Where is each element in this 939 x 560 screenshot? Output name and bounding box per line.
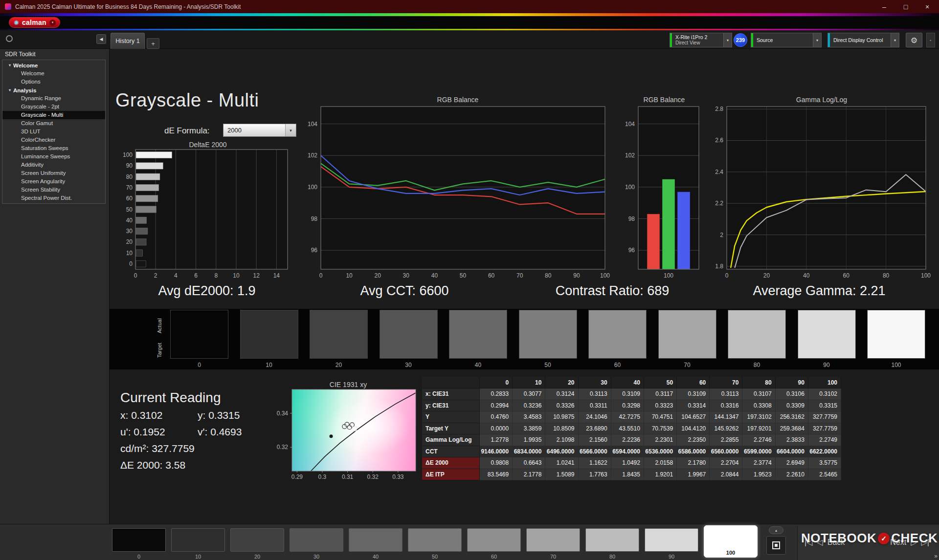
svg-text:20: 20 (763, 272, 770, 279)
chevron-down-icon[interactable]: ▾ (891, 33, 899, 47)
table-cell: 0.3107 (742, 388, 775, 400)
grayscale-swatch-10 (240, 310, 298, 359)
more-icon[interactable]: » (934, 553, 938, 560)
minimize-button[interactable]: – (874, 0, 894, 13)
tree-group-welcome[interactable]: ▾Welcome (2, 61, 105, 69)
table-cell: 2.2749 (808, 434, 841, 446)
table-row-y: Y0.47603.458310.987524.104642.727570.475… (422, 411, 841, 423)
swatch-level-label: 10 (240, 362, 298, 368)
test-patch-70[interactable] (526, 528, 580, 552)
sidebar-item-screen-uniformity[interactable]: Screen Uniformity (2, 169, 105, 177)
table-cell: 0.3308 (742, 400, 775, 412)
expand-icon: ▾ (9, 63, 11, 67)
test-patch-50[interactable] (408, 528, 462, 552)
table-col-header: 100 (808, 377, 841, 388)
table-cell: 2.1098 (545, 434, 578, 446)
title-bar: Calman 2025 Calman Ultimate for Business… (0, 0, 939, 13)
settings-gear-button[interactable]: ⚙ (906, 33, 922, 47)
add-tab-button[interactable]: + (147, 38, 159, 49)
expand-up-button[interactable]: ▴ (769, 526, 783, 534)
test-patch-20[interactable] (230, 528, 284, 552)
sidebar-item-spectral-power-dist[interactable]: Spectral Power Dist. (2, 194, 105, 202)
sidebar-item-options[interactable]: Options (2, 78, 105, 86)
sidebar-item-dynamic-range[interactable]: Dynamic Range (2, 94, 105, 103)
table-row-e-2000: ΔE 20000.98080.66431.02411.16221.04922.0… (422, 457, 841, 469)
table-cell: 2.2350 (677, 434, 710, 446)
table-cell: 0.3124 (545, 388, 578, 400)
sidebar-item-3d-lut[interactable]: 3D LUT (2, 128, 105, 136)
source-dropdown[interactable]: Source ▾ (751, 33, 822, 47)
test-patch-30[interactable] (290, 528, 343, 552)
patch-window-button[interactable] (766, 536, 786, 555)
table-cell: 104.4120 (677, 423, 710, 435)
test-patch-90[interactable] (645, 528, 698, 552)
svg-text:0.32: 0.32 (367, 474, 379, 480)
sidebar-item-saturation-sweeps[interactable]: Saturation Sweeps (2, 144, 105, 152)
svg-text:0: 0 (319, 272, 323, 279)
table-cell: 2.2610 (776, 469, 808, 481)
close-button[interactable]: × (917, 0, 937, 13)
sidebar-item-screen-stability[interactable]: Screen Stability (2, 186, 105, 194)
sidebar-item-welcome[interactable]: Welcome (2, 69, 105, 78)
sidebar-collapse-button[interactable]: ◀ (96, 34, 106, 44)
gamma-chart: 0204060801001.822.22.42.62.8 (699, 104, 933, 280)
svg-text:1.8: 1.8 (715, 263, 723, 270)
test-patch-80[interactable] (585, 528, 639, 552)
sidebar-item-grayscale-multi[interactable]: Grayscale - Multi (2, 111, 105, 119)
table-cell: 2.1560 (579, 434, 611, 446)
table-cell: 42.7275 (611, 411, 644, 423)
maximize-button[interactable]: □ (896, 0, 916, 13)
svg-text:2.6: 2.6 (715, 137, 723, 144)
calman-menu-button[interactable]: ✺ calman ▾ (9, 17, 60, 28)
tab-history[interactable]: History 1 (111, 33, 145, 49)
gamma-chart-title: Gamma Log/Log (796, 96, 847, 104)
test-patch-60[interactable] (467, 528, 521, 552)
tab-bar: ◀ History 1 + X-Rite i1Pro 2 Direct View… (0, 30, 939, 49)
svg-text:2.8: 2.8 (715, 106, 723, 112)
svg-text:14: 14 (273, 272, 280, 279)
table-row-label: Gamma Log/Log (422, 434, 480, 446)
swatch-level-label: 20 (310, 362, 368, 368)
patch-level-label: 10 (171, 554, 225, 560)
sidebar-item-screen-angularity[interactable]: Screen Angularity (2, 177, 105, 186)
svg-text:100: 100 (921, 272, 931, 279)
svg-text:100: 100 (123, 151, 133, 158)
chevron-down-icon[interactable]: ▾ (723, 33, 732, 47)
meter-dropdown[interactable]: X-Rite i1Pro 2 Direct View ▾ (670, 33, 732, 47)
table-cell: 6566.0000 (579, 446, 611, 458)
sidebar-item-grayscale-2pt[interactable]: Grayscale - 2pt (2, 103, 105, 111)
table-col-header: 20 (545, 377, 578, 388)
grayscale-swatch-60 (588, 310, 647, 359)
chevron-down-icon[interactable]: ▾ (813, 33, 821, 47)
test-patch-40[interactable] (349, 528, 402, 552)
panel-handle-button[interactable]: ▪ (926, 33, 935, 47)
sidebar-item-colorchecker[interactable]: ColorChecker (2, 136, 105, 144)
swatch-level-label: 70 (658, 362, 716, 368)
swatch-level-label: 50 (519, 362, 577, 368)
sidebar-item-color-gamut[interactable]: Color Gamut (2, 119, 105, 128)
table-cell: 2.6949 (776, 457, 808, 469)
table-cell: 0.3311 (579, 400, 611, 412)
chevron-down-icon[interactable]: ▾ (49, 20, 56, 26)
notebookcheck-watermark: NOTEBOOK ✓ CHECK ✓ (801, 531, 939, 546)
sidebar-item-additivity[interactable]: Additivity (2, 161, 105, 169)
reading-value: x: 0.3102 (120, 409, 198, 421)
svg-text:40: 40 (431, 272, 438, 279)
svg-text:60: 60 (126, 195, 133, 202)
table-cell: 0.6643 (513, 457, 545, 469)
svg-text:8: 8 (214, 272, 218, 279)
test-patch-10[interactable] (171, 528, 225, 552)
table-cell: 24.1046 (579, 411, 611, 423)
actual-row-label: Actual (156, 315, 162, 337)
tree-group-analysis[interactable]: ▾Analysis (2, 86, 105, 94)
reading-value: u': 0.1952 (120, 426, 198, 438)
sidebar-item-luminance-sweeps[interactable]: Luminance Sweeps (2, 152, 105, 161)
table-row-y-cie31: y: CIE310.29940.32360.33260.33110.32980.… (422, 400, 841, 412)
table-cell: 6599.0000 (742, 446, 775, 458)
de-formula-select[interactable]: 2000 ▾ (223, 124, 296, 137)
test-patch-0[interactable] (112, 528, 166, 552)
window-title: Calman 2025 Calman Ultimate for Business… (15, 3, 241, 10)
current-reading-title: Current Reading (120, 390, 221, 406)
display-control-dropdown[interactable]: Direct Display Control ▾ (827, 33, 899, 47)
rgb-balance-line-title: RGB Balance (437, 96, 479, 104)
